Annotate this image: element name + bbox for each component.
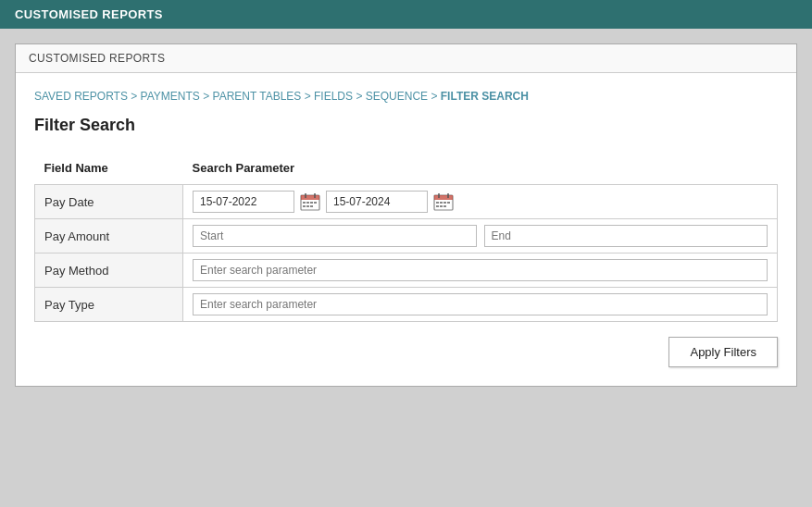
svg-rect-16: [440, 202, 443, 204]
table-row: Pay Method: [35, 254, 778, 288]
breadcrumb: SAVED REPORTS > PAYMENTS > PARENT TABLES…: [34, 90, 778, 103]
svg-rect-9: [306, 205, 309, 207]
page-title: Filter Search: [34, 116, 778, 135]
svg-rect-5: [306, 202, 309, 204]
param-cell-pay-method: [183, 254, 778, 288]
svg-rect-18: [447, 202, 450, 204]
svg-rect-6: [310, 202, 313, 204]
svg-rect-21: [443, 205, 446, 207]
breadcrumb-saved-reports[interactable]: SAVED REPORTS: [34, 90, 128, 103]
svg-rect-4: [303, 202, 306, 204]
calendar-start-icon[interactable]: [300, 192, 320, 211]
pay-date-start-input[interactable]: [193, 191, 294, 213]
param-cell-pay-type: [183, 288, 778, 322]
amount-range-wrap: [193, 225, 768, 247]
svg-rect-8: [303, 205, 306, 207]
app-title: CUSTOMISED REPORTS: [15, 7, 163, 21]
main-panel: CUSTOMISED REPORTS SAVED REPORTS > PAYME…: [15, 43, 797, 387]
svg-rect-1: [301, 195, 319, 200]
svg-rect-15: [436, 202, 439, 204]
filter-table: Field Name Search Parameter Pay Date: [34, 155, 778, 322]
pay-date-end-input[interactable]: [326, 191, 428, 213]
field-label-pay-type: Pay Type: [35, 288, 183, 322]
pay-amount-start-input[interactable]: [193, 225, 477, 247]
pay-type-input[interactable]: [193, 293, 768, 315]
param-cell-pay-date: [183, 185, 778, 219]
col-field-name: Field Name: [35, 155, 183, 185]
svg-rect-20: [440, 205, 443, 207]
panel-title: CUSTOMISED REPORTS: [16, 44, 796, 73]
pay-amount-end-input[interactable]: [484, 225, 768, 247]
param-cell-pay-amount: [183, 219, 778, 254]
outer-wrapper: CUSTOMISED REPORTS SAVED REPORTS > PAYME…: [0, 29, 812, 402]
table-row: Pay Date: [35, 185, 778, 219]
col-search-param: Search Parameter: [183, 155, 778, 185]
breadcrumb-sequence[interactable]: SEQUENCE: [366, 90, 428, 103]
app-header: CUSTOMISED REPORTS: [0, 0, 812, 29]
table-row: Pay Amount: [35, 219, 778, 254]
svg-rect-17: [443, 202, 446, 204]
svg-rect-10: [310, 205, 313, 207]
field-label-pay-method: Pay Method: [35, 254, 183, 288]
svg-rect-7: [314, 202, 317, 204]
breadcrumb-fields[interactable]: FIELDS: [314, 90, 353, 103]
svg-rect-19: [436, 205, 439, 207]
panel-body: SAVED REPORTS > PAYMENTS > PARENT TABLES…: [16, 73, 796, 386]
pay-method-input[interactable]: [193, 259, 768, 281]
svg-rect-12: [434, 195, 453, 200]
breadcrumb-filter-search: FILTER SEARCH: [441, 90, 529, 103]
table-row: Pay Type: [35, 288, 778, 322]
breadcrumb-payments[interactable]: PAYMENTS: [141, 90, 200, 103]
date-range-wrap: [193, 191, 768, 213]
field-label-pay-amount: Pay Amount: [35, 219, 183, 254]
breadcrumb-parent-tables[interactable]: PARENT TABLES: [213, 90, 302, 103]
field-label-pay-date: Pay Date: [35, 185, 183, 219]
calendar-end-icon[interactable]: [433, 192, 454, 211]
apply-filters-button[interactable]: Apply Filters: [668, 337, 778, 367]
table-header: Field Name Search Parameter: [35, 155, 778, 185]
